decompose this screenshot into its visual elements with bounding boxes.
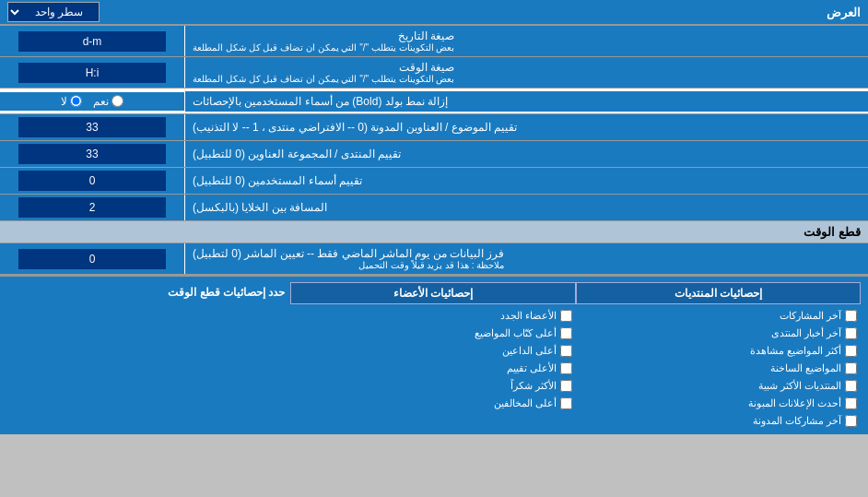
stats-item: أعلى الداعين <box>292 343 577 359</box>
topics-order-input-container <box>0 114 184 140</box>
stats-item: المواضيع الساخنة <box>576 361 861 376</box>
stats-item: المنتديات الأكثر شبية <box>576 378 861 394</box>
bold-remove-no-label[interactable]: لا <box>61 95 82 108</box>
bold-remove-label: إزالة نمط بولد (Bold) من أسماء المستخدمي… <box>184 91 868 112</box>
users-order-input-container <box>0 168 184 194</box>
cutoff-row-label: فرز البيانات من يوم الماشر الماضي فقط --… <box>184 243 868 274</box>
forum-order-input-container <box>0 141 184 167</box>
stats-item: آخر المشاركات <box>576 308 861 324</box>
stats-item: أعلى كتّاب المواضيع <box>292 325 577 341</box>
stats-header-row: إحصائيات المنتديات إحصائيات الأعضاء حدد … <box>7 282 861 304</box>
stats-item: الأعضاء الجدد <box>292 308 577 324</box>
stats-item-label-10: أعلى الداعين <box>502 345 557 357</box>
time-format-sublabel: بعض التكوينات يتطلب "/" التي يمكن ان تضا… <box>193 74 454 84</box>
time-format-input-container <box>0 57 184 88</box>
stats-checkbox-7[interactable] <box>845 415 857 427</box>
stats-item-label-3: أكثر المواضيع مشاهدة <box>750 345 841 357</box>
topics-order-label: تقييم الموضوع / العناوين المدونة (0 -- ا… <box>184 114 868 140</box>
users-order-input[interactable] <box>18 171 166 191</box>
stats-item: أحدث الإعلانات المبونة <box>576 396 861 411</box>
stats-item: أعلى المخالفين <box>292 396 577 411</box>
stats-col2: الأعضاء الجدد أعلى كتّاب المواضيع أعلى ا… <box>292 308 577 429</box>
date-format-title: صيغة التاريخ <box>193 30 454 42</box>
stats-item-label-1: آخر المشاركات <box>780 310 841 322</box>
date-format-input[interactable] <box>18 31 166 52</box>
stats-item-label-11: الأعلى تقييم <box>507 362 557 374</box>
stats-checkbox-9[interactable] <box>560 327 572 339</box>
date-format-row: صيغة التاريخ بعض التكوينات يتطلب "/" الت… <box>0 26 868 57</box>
bold-remove-radio-area: نعم لا <box>0 92 184 111</box>
stats-grid: آخر المشاركات آخر أخبار المنتدى أكثر الم… <box>7 308 861 429</box>
date-format-label: صيغة التاريخ بعض التكوينات يتطلب "/" الت… <box>184 26 868 56</box>
time-format-row: صيغة الوقت بعض التكوينات يتطلب "/" التي … <box>0 57 868 89</box>
time-format-label: صيغة الوقت بعض التكوينات يتطلب "/" التي … <box>184 57 868 88</box>
stats-item: الأعلى تقييم <box>292 361 577 376</box>
main-container: العرض سطر واحد سطرين ثلاثة أسطر صيغة الت… <box>0 0 868 434</box>
stats-item-label-13: أعلى المخالفين <box>494 397 557 409</box>
stats-checkbox-8[interactable] <box>560 310 572 322</box>
stats-checkbox-11[interactable] <box>560 362 572 374</box>
forum-order-input[interactable] <box>18 144 166 164</box>
cell-spacing-input-container <box>0 195 184 220</box>
date-format-input-container <box>0 26 184 56</box>
cutoff-input-container <box>0 243 184 274</box>
cutoff-section-header: قطع الوقت <box>0 221 868 243</box>
stats-col1: آخر المشاركات آخر أخبار المنتدى أكثر الم… <box>576 308 861 429</box>
cell-spacing-row: المسافة بين الخلايا (بالبكسل) <box>0 195 868 221</box>
bold-remove-row: إزالة نمط بولد (Bold) من أسماء المستخدمي… <box>0 89 868 114</box>
users-order-row: تقييم أسماء المستخدمين (0 للتطبيل) <box>0 168 868 195</box>
stats-item-label-2: آخر أخبار المنتدى <box>771 327 841 339</box>
cutoff-row-title: فرز البيانات من يوم الماشر الماضي فقط --… <box>193 247 504 260</box>
stats-col1-header: إحصائيات المنتديات <box>576 282 861 304</box>
stats-checkbox-4[interactable] <box>845 362 857 374</box>
stats-item: آخر مشاركات المدونة <box>576 413 861 429</box>
topics-order-row: تقييم الموضوع / العناوين المدونة (0 -- ا… <box>0 114 868 141</box>
stats-item-label-7: آخر مشاركات المدونة <box>753 415 841 427</box>
cutoff-input[interactable] <box>18 249 166 269</box>
stats-checkbox-3[interactable] <box>845 345 857 357</box>
date-format-sublabel: بعض التكوينات يتطلب "/" التي يمكن ان تضا… <box>193 42 454 53</box>
stats-checkbox-12[interactable] <box>560 380 572 392</box>
stats-checkbox-5[interactable] <box>845 380 857 392</box>
bold-remove-yes-radio[interactable] <box>111 95 123 107</box>
stats-checkbox-2[interactable] <box>845 327 857 339</box>
stats-checkbox-6[interactable] <box>845 397 857 409</box>
stats-checkbox-13[interactable] <box>560 397 572 409</box>
time-format-input[interactable] <box>18 63 166 83</box>
stats-item-label-9: أعلى كتّاب المواضيع <box>475 327 557 339</box>
stats-item-label-8: الأعضاء الجدد <box>500 310 557 322</box>
stats-item-label-4: المواضيع الساخنة <box>770 362 841 374</box>
users-order-label: تقييم أسماء المستخدمين (0 للتطبيل) <box>184 168 868 194</box>
cutoff-row-note: ملاحظة : هذا قد يزيد قيلاً وقت التحميل <box>193 260 504 270</box>
time-format-title: صيغة الوقت <box>193 61 454 74</box>
stats-item: أكثر المواضيع مشاهدة <box>576 343 861 359</box>
display-dropdown[interactable]: سطر واحد سطرين ثلاثة أسطر <box>7 2 100 22</box>
stats-item-label-6: أحدث الإعلانات المبونة <box>748 397 841 409</box>
page-title: العرض <box>100 6 861 19</box>
stats-item-label-5: المنتديات الأكثر شبية <box>758 380 841 392</box>
cutoff-section-title: قطع الوقت <box>803 225 861 239</box>
stats-col2-header: إحصائيات الأعضاء <box>290 282 575 304</box>
cell-spacing-input[interactable] <box>18 197 166 218</box>
stats-item: الأكثر شكراً <box>292 378 577 394</box>
forum-order-row: تقييم المنتدى / المجموعة العناوين (0 للت… <box>0 141 868 168</box>
stats-item: آخر أخبار المنتدى <box>576 325 861 341</box>
topics-order-input[interactable] <box>18 117 166 137</box>
cutoff-row: فرز البيانات من يوم الماشر الماضي فقط --… <box>0 243 868 275</box>
stats-item-label-12: الأكثر شكراً <box>510 380 557 392</box>
stats-right-label: حدد إحصائيات قطع الوقت <box>7 282 290 304</box>
header-row: العرض سطر واحد سطرين ثلاثة أسطر <box>0 0 868 26</box>
stats-checkbox-10[interactable] <box>560 345 572 357</box>
stats-checkbox-1[interactable] <box>845 310 857 322</box>
stats-section: إحصائيات المنتديات إحصائيات الأعضاء حدد … <box>0 275 868 434</box>
forum-order-label: تقييم المنتدى / المجموعة العناوين (0 للت… <box>184 141 868 167</box>
bold-remove-yes-label[interactable]: نعم <box>93 95 123 108</box>
stats-right-area <box>7 308 292 429</box>
bold-remove-no-radio[interactable] <box>70 95 82 107</box>
cell-spacing-label: المسافة بين الخلايا (بالبكسل) <box>184 195 868 220</box>
